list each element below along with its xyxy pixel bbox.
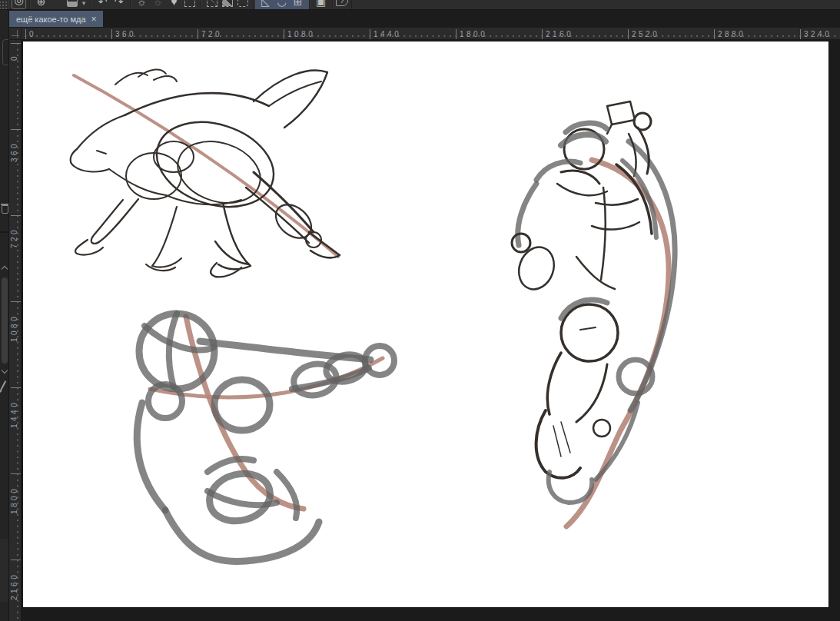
canvas-viewport xyxy=(22,40,840,621)
ruler-vertical[interactable]: 03607201080144018002160 xyxy=(9,40,22,621)
fill-shape-icon[interactable]: ♥ xyxy=(166,0,182,10)
ruler-major-tick xyxy=(284,29,284,40)
ruler-triangle-icon[interactable]: ◺ xyxy=(257,0,274,10)
toolbar-group: ◎ xyxy=(8,0,30,10)
ruler-major-tick xyxy=(456,29,457,40)
toolbar-group: ▣ xyxy=(310,0,333,10)
ruler-label: 720 xyxy=(10,219,18,248)
tablet-display-icon[interactable]: ▣ xyxy=(313,0,329,10)
ruler-major-tick xyxy=(11,43,22,44)
ruler-label: 2160 xyxy=(10,563,18,600)
select-rounded-icon[interactable] xyxy=(237,0,248,7)
ruler-label: 360 xyxy=(10,133,18,162)
ruler-major-tick xyxy=(714,29,715,40)
ruler-label: 1080 xyxy=(10,305,18,342)
toolbar-grip-handle[interactable] xyxy=(0,0,8,10)
chevron-down-icon[interactable] xyxy=(2,367,8,374)
ruler-major-tick xyxy=(11,560,22,560)
sparkle-icon[interactable]: ☼ xyxy=(134,0,150,10)
select-rect-icon[interactable] xyxy=(207,0,217,7)
undo-icon[interactable]: ↶ xyxy=(95,0,111,10)
toolbar-group xyxy=(201,0,254,10)
toolbar: ◎⊕▾↶↷☼☼♥◺◡⊞▣? xyxy=(0,0,840,10)
ruler-major-tick xyxy=(11,473,22,474)
document-tab-bar: ещё какое-то мда × xyxy=(9,10,840,28)
ruler-label: 1800 xyxy=(460,30,487,38)
ruler-label: 1440 xyxy=(374,30,401,38)
ruler-major-tick xyxy=(11,215,22,216)
ruler-major-tick xyxy=(11,129,22,130)
save-icon[interactable] xyxy=(67,0,78,7)
sketch-standing-figure-raised-arm xyxy=(512,101,675,526)
document-tab-label: ещё какое-то мда xyxy=(16,15,86,24)
grid-icon[interactable]: ⊞ xyxy=(290,0,306,10)
sketch-lunging-creature-gesture xyxy=(71,69,340,277)
tab-close-icon[interactable]: × xyxy=(91,15,97,24)
canvas[interactable] xyxy=(23,42,828,607)
ruler-major-tick xyxy=(198,29,198,40)
ruler-label: 1080 xyxy=(287,30,315,38)
ruler-label: 1800 xyxy=(10,477,18,514)
ruler-label: 2520 xyxy=(632,30,659,38)
toolbar-group: ☼☼♥ xyxy=(131,0,201,10)
dock-segment xyxy=(0,539,8,602)
ruler-major-tick xyxy=(11,301,22,302)
dock-divider xyxy=(0,231,9,233)
collapsed-left-dock xyxy=(0,10,9,621)
ruler-major-tick xyxy=(628,29,629,40)
toolbar-group: ↶↷ xyxy=(91,0,131,10)
stylus-icon[interactable] xyxy=(0,380,6,390)
dock-button[interactable] xyxy=(2,39,9,65)
toolbar-groups: ◎⊕▾↶↷☼☼♥◺◡⊞▣? xyxy=(8,0,352,10)
toolbar-group: ◺◡⊞ xyxy=(254,0,310,10)
ruler-label: 0 xyxy=(29,30,36,38)
ruler-major-tick xyxy=(11,387,22,388)
ruler-label: 0 xyxy=(10,47,18,61)
ruler-horizontal[interactable]: 03607201080144018002160252028803240 xyxy=(22,28,840,40)
ruler-label: 720 xyxy=(201,30,222,38)
app-window: ◎⊕▾↶↷☼☼♥◺◡⊞▣? ещё какое-то мда × 0360720… xyxy=(0,0,840,621)
document-tab[interactable]: ещё какое-то мда × xyxy=(9,11,103,27)
ruler-label: 360 xyxy=(115,30,136,38)
ruler-label: 3240 xyxy=(804,30,832,38)
ruler-label: 1440 xyxy=(10,391,18,428)
add-document-icon[interactable]: ⊕ xyxy=(33,0,49,10)
ruler-label: 2880 xyxy=(718,30,745,38)
sketch-bent-figure-extended-arm xyxy=(137,314,394,561)
select-shear-icon[interactable] xyxy=(222,0,233,7)
spiral-icon[interactable]: ◎ xyxy=(12,0,26,9)
crop-frame-icon[interactable] xyxy=(184,0,195,7)
ruler-label: 2160 xyxy=(546,30,573,38)
ruler-major-tick xyxy=(25,29,26,40)
caret-icon[interactable]: ▾ xyxy=(80,0,88,10)
sparkle-dim-icon[interactable]: ☼ xyxy=(150,0,166,10)
open-folder-icon[interactable] xyxy=(51,0,62,7)
ruler-corner xyxy=(9,28,22,40)
ruler-major-tick xyxy=(111,29,112,40)
dock-scrollbar[interactable] xyxy=(2,277,8,364)
toolbar-group: ⊕▾ xyxy=(30,0,91,10)
ruler-major-tick xyxy=(542,29,543,40)
protractor-icon[interactable]: ◡ xyxy=(274,0,290,10)
ruler-major-tick xyxy=(370,29,370,40)
chevron-up-icon[interactable] xyxy=(2,266,8,272)
redo-icon[interactable]: ↷ xyxy=(111,0,127,10)
ruler-major-tick xyxy=(800,29,801,40)
toolbar-group: ? xyxy=(333,0,352,10)
trash-icon[interactable] xyxy=(2,205,8,214)
help-icon[interactable]: ? xyxy=(336,0,348,6)
